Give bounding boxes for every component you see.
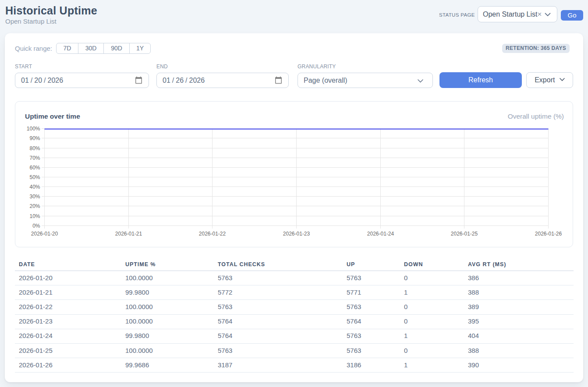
svg-text:90%: 90% [29, 135, 40, 141]
svg-text:2026-01-21: 2026-01-21 [115, 231, 142, 237]
svg-text:80%: 80% [29, 145, 40, 151]
svg-text:70%: 70% [29, 155, 40, 161]
svg-text:20%: 20% [29, 203, 40, 209]
svg-text:10%: 10% [29, 213, 40, 219]
svg-text:0%: 0% [32, 223, 40, 229]
svg-text:2026-01-25: 2026-01-25 [451, 231, 478, 237]
svg-text:30%: 30% [29, 194, 40, 200]
svg-text:2026-01-26: 2026-01-26 [535, 231, 562, 237]
svg-text:2026-01-20: 2026-01-20 [31, 231, 58, 237]
svg-text:2026-01-22: 2026-01-22 [199, 231, 226, 237]
svg-text:40%: 40% [29, 184, 40, 190]
svg-text:100%: 100% [27, 126, 40, 132]
svg-text:2026-01-23: 2026-01-23 [283, 231, 310, 237]
svg-text:50%: 50% [29, 174, 40, 180]
svg-text:2026-01-24: 2026-01-24 [367, 231, 394, 237]
svg-text:60%: 60% [29, 165, 40, 171]
